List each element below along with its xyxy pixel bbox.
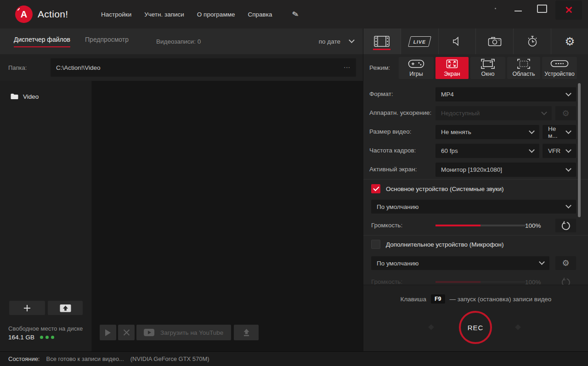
recording-panel: LIVE (363, 28, 588, 351)
folders-sidebar: Video Свободное место на диске 164.1 GB (0, 81, 92, 351)
close-button[interactable] (555, 0, 582, 20)
rec-side-marker-left (428, 324, 434, 330)
rec-button[interactable]: REC (459, 311, 492, 344)
capture-settings: Режим: Игры (363, 54, 588, 285)
folder-path-input[interactable]: C:\Action!\Video ... (51, 58, 356, 77)
framerate-select[interactable]: 60 fps (435, 144, 539, 158)
free-space-row: 164.1 GB (8, 334, 54, 341)
menu-accounts[interactable]: Учетн. записи (144, 11, 184, 18)
main-menu: Настройки Учетн. записи О программе Спра… (101, 0, 299, 28)
format-select[interactable]: MP4 (435, 87, 576, 101)
live-icon: LIVE (408, 36, 431, 47)
active-screen-label: Активный экран: (369, 166, 417, 173)
videos-count: Видеозаписи: 0 (156, 28, 201, 54)
plus-icon (23, 304, 31, 312)
volume-slider[interactable] (435, 225, 526, 226)
rec-button-label: REC (468, 324, 484, 332)
tab-file-manager[interactable]: Диспетчер файлов (14, 36, 70, 47)
youtube-upload-button[interactable]: Загрузить на YouTube (136, 325, 231, 340)
stopwatch-icon (526, 35, 538, 47)
section-divider (363, 235, 588, 236)
maximize-button[interactable] (534, 3, 549, 17)
maximize-icon (537, 5, 547, 13)
delete-button[interactable] (118, 325, 135, 340)
browse-folder-button[interactable]: ... (344, 62, 351, 69)
record-control-area: Клавиша F9 — запуск (остановка) записи в… (363, 285, 588, 351)
sort-by-label: по дате (319, 38, 340, 45)
secondary-audio-settings-button[interactable]: ⚙ (555, 256, 576, 270)
sort-by-dropdown[interactable]: по дате (319, 28, 354, 54)
secondary-audio-label: Дополнительное устройство (Микрофон) (386, 241, 504, 248)
play-icon (105, 329, 111, 337)
primary-audio-device-select[interactable]: По умолчанию (371, 200, 576, 214)
action-window: A Action! Настройки Учетн. записи О прог… (0, 0, 588, 366)
active-screen-select[interactable]: Монитор [1920x1080] (435, 163, 576, 177)
hw-accel-select[interactable]: Недоступный (435, 106, 552, 120)
minimize-button[interactable] (511, 3, 525, 17)
gear-icon: ⚙ (565, 36, 575, 47)
speaker-icon (452, 36, 463, 47)
import-media-button[interactable] (48, 301, 83, 315)
primary-audio-checkbox[interactable] (371, 184, 380, 193)
video-size-secondary-select[interactable]: Не м... (543, 125, 576, 139)
tab-audio-recording[interactable] (438, 28, 476, 54)
tab-live-streaming[interactable]: LIVE (401, 28, 438, 54)
tab-screenshots[interactable] (475, 28, 513, 54)
window-capture-icon (481, 58, 495, 69)
hotkey-suffix: — запуск (остановка) записи видео (450, 296, 552, 303)
hw-accel-settings-button[interactable]: ⚙ (555, 106, 576, 120)
folder-label: Папка: (8, 54, 27, 81)
mode-screen-button[interactable]: Экран (435, 57, 469, 79)
status-label: Состояние: (8, 355, 40, 362)
volume-value: 100% (525, 219, 541, 232)
hotkey-prefix: Клавиша (401, 296, 426, 303)
mode-region-button[interactable]: Область (507, 57, 540, 79)
record-hotkey-hint: Клавиша F9 — запуск (остановка) записи в… (363, 294, 588, 304)
status-message: Все готово к записи видео... (46, 355, 124, 362)
format-label: Формат: (369, 90, 393, 97)
pen-icon[interactable]: ✎ (291, 9, 300, 20)
reset-icon (561, 221, 571, 231)
tab-video-recording[interactable] (363, 28, 401, 54)
mode-device-button[interactable]: Устройство (542, 57, 577, 79)
hotkey-keycap: F9 (431, 294, 445, 304)
free-space-value: 164.1 GB (8, 334, 34, 341)
secondary-audio-checkbox[interactable] (371, 240, 380, 249)
mode-games-button[interactable]: Игры (399, 57, 434, 79)
minimize-icon (514, 11, 522, 11)
volume-reset-button[interactable] (555, 219, 576, 232)
mode-window-button[interactable]: Окно (470, 57, 505, 79)
menu-settings[interactable]: Настройки (101, 11, 131, 18)
app-logo-icon: A (15, 6, 33, 23)
framerate-mode-select[interactable]: VFR (543, 144, 576, 158)
filmstrip-icon (374, 36, 390, 47)
upload-button[interactable] (234, 325, 259, 340)
youtube-upload-label: Загрузить на YouTube (160, 329, 223, 336)
add-folder-button[interactable] (9, 301, 45, 315)
volume-slider-fill (435, 225, 481, 226)
chevron-down-icon (565, 147, 571, 153)
menu-about[interactable]: О программе (197, 11, 235, 18)
play-button[interactable] (100, 325, 116, 340)
chevron-down-icon (565, 166, 571, 172)
framerate-label: Частота кадров: (369, 147, 416, 154)
camera-icon (488, 36, 502, 47)
tab-benchmark[interactable] (513, 28, 551, 54)
screen-expand-icon (445, 58, 459, 69)
disk-status-dots (40, 336, 54, 339)
chevron-down-icon (565, 90, 571, 96)
settings-scrollbar[interactable] (578, 83, 581, 217)
status-gpu: (NVIDIA GeForce GTX 570M) (130, 355, 209, 362)
secondary-audio-device-select[interactable]: По умолчанию (371, 256, 549, 270)
tab-settings[interactable]: ⚙ (551, 28, 588, 54)
titlebar: A Action! Настройки Учетн. записи О прог… (0, 0, 588, 28)
volume-label: Громкость: (371, 222, 402, 229)
tab-preview[interactable]: Предпросмотр (85, 36, 129, 47)
menu-help[interactable]: Справка (248, 11, 272, 18)
chevron-down-icon (529, 147, 535, 153)
primary-audio-label: Основное устройство (Системные звуки) (386, 186, 503, 192)
sidebar-item-video[interactable]: Video (0, 89, 92, 104)
video-size-select[interactable]: Не менять (435, 125, 539, 139)
chevron-down-icon (349, 37, 355, 43)
chevron-down-icon (539, 259, 545, 265)
